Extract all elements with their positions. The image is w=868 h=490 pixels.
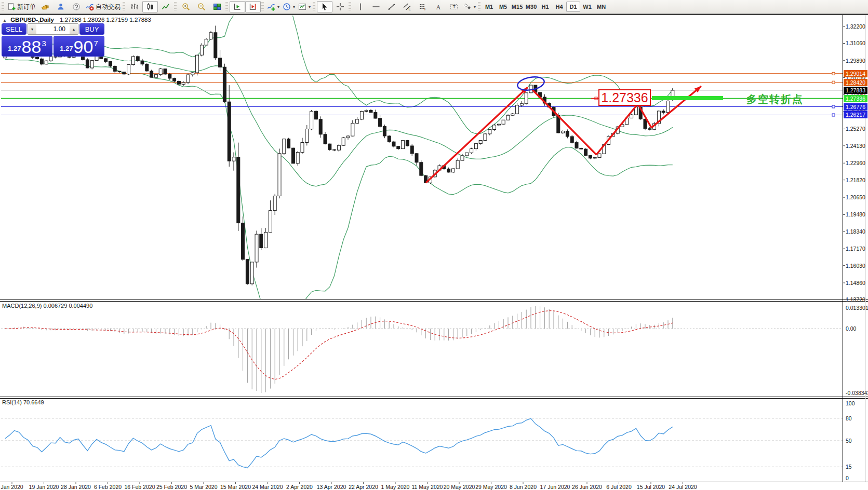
chart-shift-button[interactable] xyxy=(245,1,261,12)
date-tick[interactable]: 8 Jun 2020 xyxy=(510,484,537,490)
date-tick[interactable]: 22 Apr 2020 xyxy=(349,484,378,490)
timeframe-m5[interactable]: M5 xyxy=(496,2,510,12)
text-label-button[interactable]: T xyxy=(446,1,462,12)
autotrading-button[interactable]: 自动交易 xyxy=(84,1,122,12)
macd-scale-zero: 0.00 xyxy=(846,325,856,332)
collapse-icon[interactable]: ▲ xyxy=(3,18,7,23)
toolbar-grip xyxy=(313,2,315,11)
scale-border xyxy=(843,15,843,482)
timeframe-h1[interactable]: H1 xyxy=(538,2,552,12)
timeframe-m15[interactable]: M15 xyxy=(510,2,524,12)
turning-point-note[interactable]: 多空转折点 xyxy=(746,92,804,106)
trendline-button[interactable] xyxy=(384,1,399,12)
main-toolbar: 新订单自动交易▾▾▾EFAT▾M1M5M15M30H1H4D1W1MN xyxy=(0,0,868,14)
signals-button[interactable] xyxy=(69,1,84,12)
timeframe-m1[interactable]: M1 xyxy=(482,2,496,12)
text-button[interactable]: A xyxy=(431,1,446,12)
date-tick[interactable]: 20 May 2020 xyxy=(444,484,475,490)
date-tick[interactable]: 19 Jan 2020 xyxy=(29,484,59,490)
megaphone-icon xyxy=(41,3,49,11)
rsi-label: RSI(14) 70.6649 xyxy=(2,399,44,405)
channel-button[interactable]: E xyxy=(399,1,415,12)
cursor-icon xyxy=(321,3,329,11)
sell-price-big: 88 xyxy=(22,38,42,55)
text-icon: A xyxy=(434,3,443,11)
price-tick: 1.25270 xyxy=(846,126,865,132)
new-order-button[interactable]: 新订单 xyxy=(6,1,37,12)
fibonacci-button[interactable]: F xyxy=(415,1,431,12)
line-chart-button[interactable] xyxy=(158,1,173,12)
date-tick[interactable]: Jan 2020 xyxy=(1,484,23,490)
timeframe-m30[interactable]: M30 xyxy=(524,2,538,12)
chart-graphics[interactable] xyxy=(0,0,868,490)
date-tick[interactable]: 5 Mar 2020 xyxy=(190,484,217,490)
rsi-panel-graphics xyxy=(1,418,843,468)
sell-price-button[interactable]: 1.27 88 3 xyxy=(2,36,52,57)
new-order-button-label: 新订单 xyxy=(17,3,36,11)
cursor-button[interactable] xyxy=(317,1,332,12)
vertical-line-button[interactable] xyxy=(353,1,368,12)
buy-button[interactable]: BUY xyxy=(79,23,104,35)
candle-icon xyxy=(146,3,154,11)
date-tick[interactable]: 26 Jun 2020 xyxy=(572,484,602,490)
auto-scroll-button[interactable] xyxy=(230,1,245,12)
arrows-button[interactable]: ▾ xyxy=(462,1,477,12)
volume-increase-button[interactable]: ▲ xyxy=(70,24,78,34)
price-tick: 1.17170 xyxy=(846,246,865,252)
bar-chart-button[interactable] xyxy=(127,1,142,12)
candlesticks xyxy=(4,26,674,285)
buy-price-button[interactable]: 1.27 90 7 xyxy=(54,36,104,57)
macd-label: MACD(12,26,9) 0.006729 0.004490 xyxy=(2,303,92,309)
price-annotation-box[interactable]: 1.27336 xyxy=(598,89,651,106)
date-tick[interactable]: 15 Jul 2020 xyxy=(637,484,665,490)
zoom-out-button[interactable] xyxy=(194,1,209,12)
crosshair-button[interactable] xyxy=(332,1,348,12)
date-tick[interactable]: 24 Jul 2020 xyxy=(669,484,697,490)
timeframe-h4[interactable]: H4 xyxy=(552,2,566,12)
tile-windows-button[interactable] xyxy=(209,1,225,12)
date-tick[interactable]: 6 Jul 2020 xyxy=(606,484,631,490)
chevron-down-icon[interactable]: ▾ xyxy=(309,5,311,9)
date-tick[interactable]: 25 Feb 2020 xyxy=(156,484,187,490)
svg-text:F: F xyxy=(424,7,426,11)
horizontal-line-button[interactable] xyxy=(368,1,384,12)
indicators-button[interactable]: ▾ xyxy=(265,1,281,12)
timeframe-w1[interactable]: W1 xyxy=(580,2,594,12)
date-tick[interactable]: 17 Jun 2020 xyxy=(540,484,570,490)
peak-ellipse xyxy=(516,75,545,92)
periods-button[interactable]: ▾ xyxy=(281,1,297,12)
toolbar-grip xyxy=(349,2,351,11)
sell-button[interactable]: SELL xyxy=(2,23,26,35)
chevron-down-icon[interactable]: ▾ xyxy=(293,5,295,9)
date-tick[interactable]: 24 Mar 2020 xyxy=(252,484,283,490)
price-tick: 1.20650 xyxy=(846,194,865,200)
chevron-down-icon[interactable]: ▾ xyxy=(277,5,279,9)
divider-main-macd[interactable] xyxy=(0,300,868,300)
date-tick[interactable]: 6 Feb 2020 xyxy=(94,484,122,490)
date-tick[interactable]: 1 May 2020 xyxy=(381,484,410,490)
volume-decrease-button[interactable]: ▼ xyxy=(28,24,36,34)
templates-button[interactable]: ▾ xyxy=(297,1,312,12)
volume-value[interactable]: 1.00 xyxy=(36,24,70,34)
date-tick[interactable]: 11 May 2020 xyxy=(412,484,443,490)
date-tick[interactable]: 2 Apr 2020 xyxy=(286,484,313,490)
date-tick[interactable]: 16 Feb 2020 xyxy=(125,484,155,490)
date-tick[interactable]: 28 Jan 2020 xyxy=(61,484,91,490)
green-level-bar[interactable] xyxy=(652,96,723,100)
date-tick[interactable]: 15 Mar 2020 xyxy=(220,484,251,490)
timeframe-mn[interactable]: MN xyxy=(594,2,608,12)
date-tick[interactable]: 29 May 2020 xyxy=(475,484,507,490)
divider-macd-rsi[interactable] xyxy=(0,397,868,397)
publish-button[interactable] xyxy=(37,1,53,12)
macd-panel-graphics xyxy=(1,306,843,393)
date-tick[interactable]: 13 Apr 2020 xyxy=(317,484,346,490)
zoom-in-button[interactable] xyxy=(178,1,194,12)
timeframe-d1[interactable]: D1 xyxy=(566,2,580,12)
chevron-down-icon[interactable]: ▾ xyxy=(474,5,476,9)
community-button[interactable] xyxy=(53,1,69,12)
price-tick: 1.22960 xyxy=(846,160,865,166)
divider-main-macd-2 xyxy=(0,301,868,302)
macd-scale-min: -0.038343 xyxy=(846,390,868,396)
candlestick-button[interactable] xyxy=(142,1,158,12)
clock-icon xyxy=(283,3,291,11)
